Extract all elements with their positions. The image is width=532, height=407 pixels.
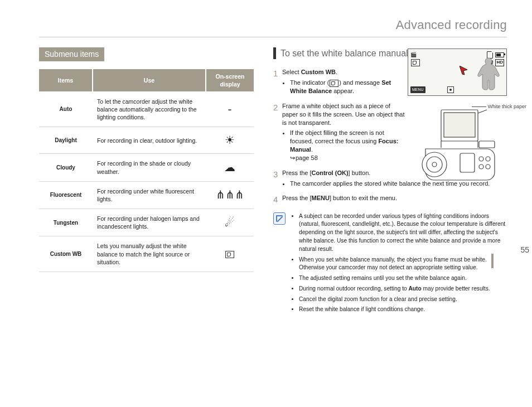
menu-osd-label: MENU [410,86,425,93]
svg-point-4 [422,152,447,177]
note-item: Reset the white balance if light conditi… [299,306,507,314]
record-indicator-icon [447,86,454,93]
item-osd-icon: ☄ [206,209,254,236]
item-use: Lets you manually adjust the white balan… [93,236,206,272]
table-row: Custom WBLets you manually adjust the wh… [39,236,254,272]
osd-preview-screen: 🎬 🎥 HD [408,49,507,96]
item-name: Cloudy [39,154,93,181]
table-row: TungstenFor recording under halogen lamp… [39,209,254,236]
item-osd-icon: ⋔⋔⋔ [206,181,254,209]
table-row: DaylightFor recording in clear, outdoor … [39,127,254,154]
note-item: During normal outdoor recording, setting… [299,285,507,293]
item-osd-icon: - [206,91,254,127]
item-name: Custom WB [39,236,93,272]
item-use: For recording under halogen lamps and in… [93,209,206,236]
note-item: Cancel the digital zoom function for a c… [299,295,507,304]
custom-wb-inline-icon [330,80,338,87]
camcorder-illustration: White thick paper [409,109,507,192]
right-column: To set the white balance manually 🎬 🎥 HD [273,47,507,317]
item-name: Fluorescent [39,181,93,209]
item-name: Tungsten [39,209,93,236]
note-item: The adjusted setting remains until you s… [299,274,507,283]
left-column: Submenu items Items Use On-screen displa… [39,47,254,317]
notes-box: A subject can be recorded under various … [273,212,507,317]
step: 4Press the [MENU] button to exit the men… [273,194,507,205]
table-row: CloudyFor recording in the shade or clou… [39,154,254,181]
step-body: Press the [MENU] button to exit the menu… [282,194,507,205]
submenu-table: Items Use On-screen display AutoTo let t… [39,69,254,272]
page-ref: page 58 [290,154,318,161]
item-osd-icon: ☀ [206,127,254,154]
svg-line-3 [478,110,487,113]
svg-rect-2 [444,113,475,137]
page-title: Advanced recording [39,17,507,37]
step-bullet: If the object filling the screen is not … [290,129,407,162]
step-number: 2 [273,102,282,162]
custom-wb-icon [410,59,420,66]
item-name: Auto [39,91,93,127]
svg-rect-12 [479,141,495,148]
item-use: For recording under white fluorescent li… [93,181,206,209]
step-bullet: The indicator () and message Set White B… [290,79,407,95]
pointer-cursor-icon [460,66,470,77]
page-number-bar [491,254,494,268]
table-row: AutoTo let the camcorder adjust the whit… [39,91,254,127]
col-header-items: Items [39,69,93,92]
white-paper-callout: White thick paper [487,103,526,110]
table-row: FluorescentFor recording under white flu… [39,181,254,209]
step-number: 1 [273,68,282,95]
step-number: 4 [273,194,282,205]
item-osd-icon: ☁ [206,154,254,181]
stby-indicator-icon: 🎬 [410,51,417,59]
col-header-use: Use [93,69,206,92]
note-item: A subject can be recorded under various … [299,212,507,254]
item-name: Daylight [39,127,93,154]
svg-marker-0 [460,66,467,75]
note-item: When you set white balance manually, the… [299,256,507,273]
item-use: For recording in the shade or cloudy wea… [93,154,206,181]
step-number: 3 [273,169,282,188]
subject-silhouette-icon [475,56,503,91]
note-icon [273,212,286,225]
submenu-heading: Submenu items [39,47,104,61]
col-header-osd: On-screen display [206,69,254,92]
item-osd-icon [206,236,254,272]
item-use: To let the camcorder adjust the white ba… [93,91,206,127]
page-number: 55 [520,245,529,255]
item-use: For recording in clear, outdoor lighting… [93,127,206,154]
